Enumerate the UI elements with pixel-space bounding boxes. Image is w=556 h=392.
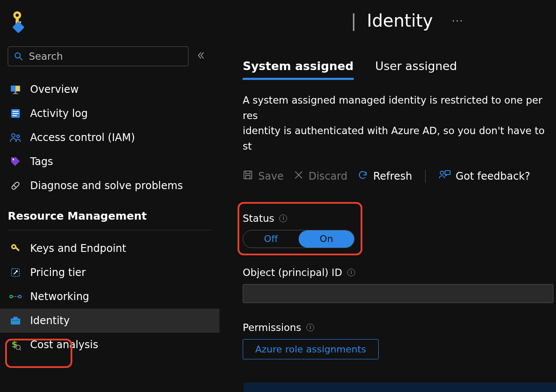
sidebar-item-keys-endpoint[interactable]: Keys and Endpoint (8, 236, 212, 260)
refresh-button[interactable]: Refresh (358, 170, 412, 183)
object-id-section: Object (principal) ID i (243, 267, 556, 303)
refresh-icon (358, 170, 368, 183)
svg-rect-38 (445, 171, 450, 175)
tab-system-assigned[interactable]: System assigned (243, 59, 354, 80)
status-toggle[interactable]: Off On (243, 230, 355, 248)
svg-line-18 (14, 185, 16, 187)
feedback-button[interactable]: Got feedback? (439, 170, 530, 183)
object-id-label: Object (principal) ID (243, 267, 342, 278)
feedback-label: Got feedback? (456, 170, 530, 182)
save-button[interactable]: Save (243, 170, 284, 183)
header-separator: | (351, 11, 356, 31)
svg-rect-34 (246, 175, 250, 179)
networking-icon (9, 291, 22, 303)
permissions-label: Permissions (243, 322, 301, 333)
bottom-strip (244, 383, 556, 392)
pricing-tier-icon (9, 266, 22, 279)
close-icon (294, 170, 303, 182)
cost-analysis-icon: $ (9, 339, 22, 351)
svg-rect-10 (13, 93, 18, 94)
sidebar-item-label: Pricing tier (30, 266, 86, 279)
discard-button[interactable]: Discard (294, 170, 347, 182)
page-title: Identity (367, 11, 433, 31)
svg-point-20 (13, 246, 15, 248)
svg-line-6 (20, 58, 22, 60)
info-icon[interactable]: i (306, 324, 314, 331)
page-header: | Identity ··· (0, 0, 556, 38)
azure-role-assignments-button[interactable]: Azure role assignments (243, 339, 379, 359)
save-label: Save (258, 170, 284, 182)
sidebar: Search Overview (0, 38, 219, 392)
svg-rect-12 (12, 111, 19, 112)
info-icon[interactable]: i (347, 269, 355, 276)
svg-rect-26 (11, 318, 20, 325)
svg-point-16 (17, 135, 19, 138)
toolbar-separator (425, 170, 426, 183)
sidebar-item-label: Activity log (30, 107, 88, 119)
sidebar-item-label: Keys and Endpoint (30, 242, 126, 254)
sidebar-section-resource-management: Resource Management (8, 198, 212, 226)
sidebar-item-label: Tags (30, 156, 53, 168)
overview-icon (9, 83, 22, 95)
svg-point-5 (15, 53, 20, 58)
activity-log-icon (9, 107, 22, 119)
svg-point-23 (10, 295, 12, 298)
svg-rect-27 (13, 317, 18, 319)
svg-rect-14 (12, 115, 17, 116)
tabs: System assigned User assigned (243, 59, 556, 80)
tab-user-assigned[interactable]: User assigned (375, 59, 457, 80)
diagnose-icon (9, 180, 22, 192)
main-content: System assigned User assigned A system a… (219, 38, 556, 392)
sidebar-item-label: Overview (30, 83, 79, 95)
search-icon (14, 52, 23, 61)
discard-label: Discard (309, 170, 347, 182)
identity-icon (9, 315, 22, 327)
sidebar-item-networking[interactable]: Networking (8, 285, 212, 309)
svg-rect-21 (15, 247, 20, 251)
sidebar-item-diagnose[interactable]: Diagnose and solve problems (8, 174, 212, 198)
svg-text:$: $ (12, 339, 18, 349)
sidebar-item-cost-analysis[interactable]: $ Cost analysis (8, 333, 212, 357)
svg-point-1 (15, 14, 19, 17)
search-input[interactable]: Search (8, 46, 188, 66)
object-id-input[interactable] (243, 284, 553, 303)
tags-icon (9, 156, 22, 168)
sidebar-item-identity[interactable]: Identity (0, 309, 219, 333)
svg-rect-4 (12, 21, 25, 33)
access-control-icon (9, 132, 22, 144)
svg-rect-13 (12, 113, 19, 114)
feedback-icon (439, 170, 451, 183)
svg-line-31 (20, 349, 21, 350)
sidebar-item-label: Networking (30, 291, 89, 303)
sidebar-item-label: Access control (IAM) (30, 132, 135, 144)
sidebar-item-label: Identity (30, 315, 70, 327)
refresh-label: Refresh (373, 170, 412, 182)
svg-point-37 (440, 171, 444, 175)
status-on-option[interactable]: On (299, 230, 354, 248)
sidebar-item-pricing-tier[interactable]: Pricing tier (8, 260, 212, 285)
sidebar-item-activity-log[interactable]: Activity log (8, 101, 212, 126)
sidebar-item-overview[interactable]: Overview (8, 77, 212, 101)
toolbar: Save Discard Refre (243, 170, 556, 183)
collapse-sidebar-icon[interactable] (197, 51, 205, 61)
sidebar-item-label: Cost analysis (30, 339, 98, 351)
status-off-option[interactable]: Off (243, 230, 299, 248)
svg-rect-33 (246, 171, 250, 174)
save-icon (243, 170, 253, 183)
sidebar-divider (8, 230, 212, 230)
sidebar-item-label: Diagnose and solve problems (30, 180, 183, 192)
svg-point-15 (12, 134, 15, 137)
svg-point-17 (12, 159, 14, 160)
description-text: A system assigned managed identity is re… (243, 93, 556, 154)
sidebar-item-access-control[interactable]: Access control (IAM) (8, 126, 212, 150)
key-icon (9, 242, 22, 254)
keyvault-icon (9, 8, 26, 34)
info-icon[interactable]: i (279, 214, 287, 222)
status-label: Status (243, 213, 274, 224)
status-section: Status i Off On (243, 213, 556, 248)
svg-rect-8 (15, 86, 20, 91)
more-actions-icon[interactable]: ··· (443, 15, 463, 26)
svg-rect-28 (12, 320, 19, 321)
sidebar-item-tags[interactable]: Tags (8, 150, 212, 174)
permissions-section: Permissions i Azure role assignments (243, 322, 556, 359)
